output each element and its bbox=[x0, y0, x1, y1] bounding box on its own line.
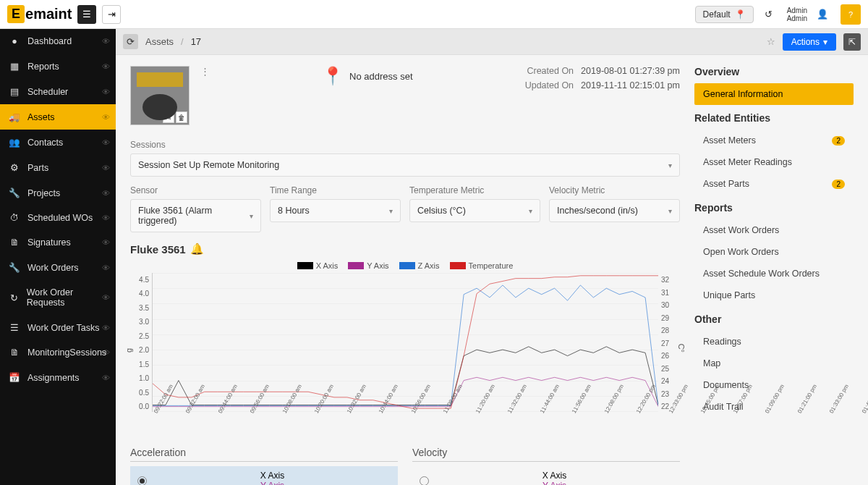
visibility-icon: 👁 bbox=[102, 263, 110, 272]
sidebar-item-assignments[interactable]: 📅Assignments👁 bbox=[0, 365, 116, 390]
breadcrumb-section[interactable]: Assets bbox=[145, 36, 174, 47]
sidebar-icon: 🗎 bbox=[9, 347, 20, 358]
sidebar: ●Dashboard👁▦Reports👁▤Scheduler👁🚚Assets👁👥… bbox=[0, 29, 116, 485]
sidebar-icon: 🔧 bbox=[9, 262, 20, 273]
external-link-icon[interactable]: ⇱ bbox=[843, 33, 861, 51]
sidebar-icon: 🔧 bbox=[9, 187, 20, 198]
user-icon[interactable]: 👤 bbox=[812, 4, 833, 25]
sidebar-item-work-order-requests[interactable]: ↻Work Order Requests👁 bbox=[0, 280, 116, 315]
visibility-icon: 👁 bbox=[102, 37, 110, 46]
map-pin-icon: 📍 bbox=[322, 66, 344, 86]
sidebar-item-scheduler[interactable]: ▤Scheduler👁 bbox=[0, 79, 116, 104]
sensor-select[interactable]: Fluke 3561 (Alarm triggered)▾ bbox=[130, 199, 261, 232]
visibility-icon: 👁 bbox=[102, 88, 110, 96]
chart-title: Fluke 3561🔔 bbox=[130, 242, 680, 256]
velocity-select[interactable]: Inches/second (in/s)▾ bbox=[549, 199, 680, 222]
breadcrumb-bar: ⟳ Assets / 17 ☆ Actions ▾ ⇱ bbox=[116, 29, 868, 55]
sidebar-item-dashboard[interactable]: ●Dashboard👁 bbox=[0, 29, 116, 54]
favorite-icon[interactable]: ☆ bbox=[767, 36, 775, 47]
ov-general-information[interactable]: General Information bbox=[694, 83, 854, 105]
ov-readings[interactable]: Readings bbox=[694, 331, 854, 353]
ov-asset-meters[interactable]: Asset Meters2 bbox=[694, 130, 854, 151]
refresh-icon[interactable]: ⟳ bbox=[123, 34, 138, 49]
sidebar-item-work-order-tasks[interactable]: ☰Work Order Tasks👁 bbox=[0, 315, 116, 340]
visibility-icon: 👁 bbox=[102, 189, 110, 198]
sidebar-icon: ☰ bbox=[9, 322, 20, 333]
visibility-icon: 👁 bbox=[102, 164, 110, 172]
time-range-select[interactable]: 8 Hours▾ bbox=[270, 199, 401, 222]
topbar: Eemaint ☰ ⇥ Default📍 ↺ AdminAdmin 👤 ? bbox=[0, 0, 868, 29]
bell-icon: 🔔 bbox=[190, 242, 204, 256]
breadcrumb-id: 17 bbox=[191, 36, 201, 47]
sidebar-icon: ▤ bbox=[9, 86, 20, 97]
sidebar-item-monitoringsessions[interactable]: 🗎MonitoringSessions👁 bbox=[0, 340, 116, 365]
ov-asset-parts[interactable]: Asset Parts2 bbox=[694, 173, 854, 195]
visibility-icon: 👁 bbox=[102, 113, 110, 122]
visibility-icon: 👁 bbox=[102, 62, 110, 71]
velocity-radio-row[interactable]: X AxisY Axis bbox=[412, 466, 680, 485]
more-icon[interactable]: ⋮ bbox=[200, 66, 210, 77]
ov-unique-parts[interactable]: Unique Parts bbox=[694, 284, 854, 306]
sidebar-item-work-orders[interactable]: 🔧Work Orders👁 bbox=[0, 255, 116, 280]
visibility-icon: 👁 bbox=[102, 214, 110, 222]
visibility-icon: 👁 bbox=[102, 138, 110, 147]
sidebar-icon: ⚙ bbox=[9, 162, 20, 173]
brand-logo: Eemaint bbox=[7, 5, 72, 23]
history-icon[interactable]: ↺ bbox=[758, 4, 780, 25]
temperature-metric-label: Temperature Metric bbox=[409, 185, 540, 195]
collapse-button[interactable]: ⇥ bbox=[102, 5, 121, 24]
chart-legend: X Axis Y Axis Z Axis Temperature bbox=[130, 261, 680, 270]
visibility-icon: 👁 bbox=[102, 374, 110, 382]
sidebar-icon: ● bbox=[9, 36, 20, 46]
visibility-icon: 👁 bbox=[102, 324, 110, 332]
chevron-down-icon: ▾ bbox=[823, 37, 827, 47]
sidebar-icon: 🚚 bbox=[9, 111, 20, 122]
sidebar-item-contacts[interactable]: 👥Contacts👁 bbox=[0, 130, 116, 155]
user-label: AdminAdmin bbox=[787, 7, 807, 22]
ov-map[interactable]: Map bbox=[694, 353, 854, 374]
velocity-metric-label: Velocity Metric bbox=[549, 185, 680, 195]
sidebar-icon: ↻ bbox=[9, 292, 20, 303]
radio-checked-icon bbox=[137, 476, 147, 486]
ov-asset-work-orders[interactable]: Asset Work Orders bbox=[694, 219, 854, 241]
sidebar-icon: ⏱ bbox=[9, 213, 20, 223]
acceleration-panel: Acceleration X AxisY Axis bbox=[130, 447, 398, 485]
sidebar-icon: 📅 bbox=[9, 372, 20, 383]
temperature-select[interactable]: Celsius (°C)▾ bbox=[409, 199, 540, 222]
address-block: 📍 No address set bbox=[221, 66, 514, 86]
ov-asset-schedule-wo[interactable]: Asset Schedule Work Orders bbox=[694, 263, 854, 284]
delete-thumbnail-icon[interactable]: 🗑 bbox=[176, 111, 187, 123]
sidebar-icon: 🗎 bbox=[9, 237, 20, 248]
sessions-label: Sessions bbox=[130, 140, 680, 150]
sidebar-item-signatures[interactable]: 🗎Signatures👁 bbox=[0, 230, 116, 255]
acceleration-radio-row[interactable]: X AxisY Axis bbox=[130, 466, 398, 485]
sessions-select[interactable]: Session Set Up Remote Monitoring▾ bbox=[130, 153, 680, 177]
meta-block: Created On2019-08-01 01:27:39 pm Updated… bbox=[525, 66, 680, 95]
radio-unchecked-icon bbox=[420, 476, 429, 486]
sensor-label: Sensor bbox=[130, 185, 261, 195]
ov-asset-meter-readings[interactable]: Asset Meter Readings bbox=[694, 151, 854, 173]
sidebar-item-parts[interactable]: ⚙Parts👁 bbox=[0, 155, 116, 180]
avatar[interactable]: ? bbox=[841, 4, 861, 25]
sidebar-icon: 👥 bbox=[9, 137, 20, 148]
sidebar-item-scheduled-wos[interactable]: ⏱Scheduled WOs👁 bbox=[0, 206, 116, 230]
chart: 4.54.03.53.02.52.01.51.00.50.0 09:22:00 … bbox=[130, 273, 680, 432]
visibility-icon: 👁 bbox=[102, 238, 110, 247]
velocity-panel: Velocity X AxisY Axis bbox=[412, 447, 680, 485]
actions-button[interactable]: Actions ▾ bbox=[783, 33, 836, 51]
ov-open-work-orders[interactable]: Open Work Orders bbox=[694, 241, 854, 263]
chevron-down-icon: ▾ bbox=[668, 161, 672, 169]
pin-icon: 📍 bbox=[735, 9, 746, 20]
asset-thumbnail: ✎ 🗑 bbox=[130, 66, 190, 125]
sidebar-item-assets[interactable]: 🚚Assets👁 bbox=[0, 104, 116, 130]
sidebar-icon: ▦ bbox=[9, 61, 20, 72]
sidebar-item-projects[interactable]: 🔧Projects👁 bbox=[0, 180, 116, 206]
visibility-icon: 👁 bbox=[102, 348, 110, 357]
edit-thumbnail-icon[interactable]: ✎ bbox=[163, 111, 174, 123]
time-range-label: Time Range bbox=[270, 185, 401, 195]
visibility-icon: 👁 bbox=[102, 293, 110, 302]
sidebar-item-reports[interactable]: ▦Reports👁 bbox=[0, 54, 116, 79]
location-selector[interactable]: Default📍 bbox=[695, 6, 754, 23]
menu-toggle-button[interactable]: ☰ bbox=[77, 5, 96, 24]
